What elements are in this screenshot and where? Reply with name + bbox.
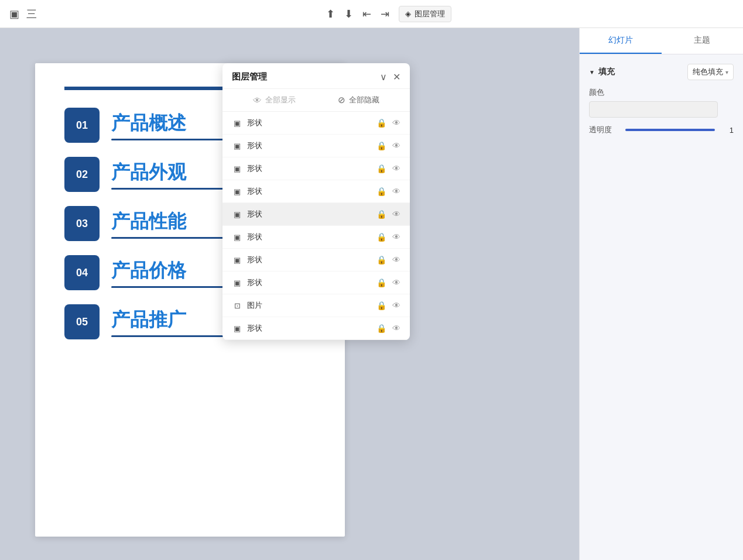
- layer-item-controls-0: 🔒 👁: [376, 118, 400, 128]
- color-box-row: [589, 101, 734, 118]
- fill-chevron-icon: ▼: [589, 69, 595, 75]
- fill-section-title-label: 填充: [598, 67, 615, 77]
- fill-section-title: ▼ 填充: [589, 67, 615, 77]
- move-to-bottom-icon[interactable]: ⇥: [381, 8, 389, 20]
- layer-item-3[interactable]: ▣ 形状 🔒 👁: [222, 180, 410, 203]
- image-icon-8: ⊡: [232, 300, 242, 311]
- eye-icon-1[interactable]: 👁: [392, 141, 400, 150]
- show-all-label: 全部显示: [265, 95, 296, 105]
- opacity-value: 1: [722, 126, 734, 135]
- layer-item-name-6: 形状: [247, 255, 376, 265]
- slide-item-number-4: 04: [64, 255, 100, 290]
- layer-panel-collapse-icon[interactable]: ∨: [380, 71, 387, 83]
- list-icon[interactable]: 三: [26, 7, 37, 21]
- layer-item-controls-3: 🔒 👁: [376, 187, 400, 196]
- layer-item-controls-4: 🔒 👁: [376, 209, 400, 219]
- eye-icon-6[interactable]: 👁: [392, 255, 400, 264]
- lock-icon-9[interactable]: 🔒: [376, 324, 386, 333]
- lock-icon-8[interactable]: 🔒: [376, 301, 386, 310]
- lock-icon-2[interactable]: 🔒: [376, 164, 386, 173]
- layer-item-9[interactable]: ▣ 形状 🔒 👁: [222, 317, 410, 340]
- layer-item-5[interactable]: ▣ 形状 🔒 👁: [222, 226, 410, 249]
- slide-item-number-1: 01: [64, 108, 100, 143]
- layer-item-8[interactable]: ⊡ 图片 🔒 👁: [222, 294, 410, 317]
- opacity-row: 透明度 1: [589, 125, 734, 135]
- fill-type-row: ▼ 填充 纯色填充 ▾: [589, 64, 734, 80]
- layer-panel-close-icon[interactable]: ✕: [393, 71, 400, 83]
- layer-item-6[interactable]: ▣ 形状 🔒 👁: [222, 249, 410, 272]
- slide-item-number-2: 02: [64, 157, 100, 192]
- layer-item-4[interactable]: ▣ 形状 🔒 👁: [222, 203, 410, 226]
- toolbar-center: ⬆ ⬇ ⇤ ⇥ ◈ 图层管理: [44, 6, 734, 22]
- shape-icon-6: ▣: [232, 255, 242, 265]
- layer-item-0[interactable]: ▣ 形状 🔒 👁: [222, 112, 410, 135]
- shape-icon-4: ▣: [232, 209, 242, 219]
- layer-item-name-4: 形状: [247, 209, 376, 219]
- lock-icon-4[interactable]: 🔒: [376, 209, 386, 219]
- layers-icon: ◈: [405, 9, 411, 18]
- tab-slideshow[interactable]: 幻灯片: [580, 28, 662, 54]
- opacity-slider[interactable]: [625, 129, 715, 131]
- tab-theme[interactable]: 主题: [662, 28, 744, 54]
- toolbar-left: ▣ 三: [9, 7, 37, 21]
- fill-type-value: 纯色填充: [693, 67, 723, 77]
- layer-item-name-8: 图片: [247, 300, 376, 311]
- layer-management-label: 图层管理: [415, 9, 445, 19]
- shape-icon-5: ▣: [232, 232, 242, 242]
- lock-icon-6[interactable]: 🔒: [376, 255, 386, 264]
- eye-icon-8[interactable]: 👁: [392, 301, 400, 310]
- move-to-top-icon[interactable]: ⇤: [362, 8, 371, 20]
- eye-icon-5[interactable]: 👁: [392, 232, 400, 242]
- lock-icon-3[interactable]: 🔒: [376, 187, 386, 196]
- right-sidebar: 幻灯片 主题 ▼ 填充 纯色填充 ▾ 颜色: [579, 28, 743, 560]
- eye-icon-0[interactable]: 👁: [392, 118, 400, 128]
- layer-item-7[interactable]: ▣ 形状 🔒 👁: [222, 272, 410, 294]
- layer-item-name-9: 形状: [247, 323, 376, 334]
- fill-type-select[interactable]: 纯色填充 ▾: [687, 64, 734, 80]
- shape-icon-9: ▣: [232, 323, 242, 334]
- hide-all-button[interactable]: ⊘ 全部隐藏: [338, 95, 379, 105]
- eye-icon-3[interactable]: 👁: [392, 187, 400, 196]
- lock-icon-7[interactable]: 🔒: [376, 278, 386, 287]
- menu-icon[interactable]: ▣: [9, 8, 19, 20]
- lock-icon-5[interactable]: 🔒: [376, 232, 386, 242]
- layer-item-1[interactable]: ▣ 形状 🔒 👁: [222, 135, 410, 157]
- show-all-button[interactable]: 👁 全部显示: [253, 95, 296, 105]
- layer-item-controls-8: 🔒 👁: [376, 301, 400, 310]
- eye-icon-4[interactable]: 👁: [392, 209, 400, 219]
- shape-icon-2: ▣: [232, 163, 242, 174]
- move-up-icon[interactable]: ⬆: [326, 8, 335, 20]
- color-picker-box[interactable]: [589, 101, 718, 118]
- layer-item-2[interactable]: ▣ 形状 🔒 👁: [222, 157, 410, 180]
- lock-icon-1[interactable]: 🔒: [376, 141, 386, 150]
- right-panel-content: ▼ 填充 纯色填充 ▾ 颜色 透明度: [580, 54, 743, 145]
- right-tabs: 幻灯片 主题: [580, 28, 743, 54]
- layer-panel-header: 图层管理 ∨ ✕: [222, 63, 410, 89]
- eye-icon-7[interactable]: 👁: [392, 278, 400, 287]
- layer-panel-actions: ∨ ✕: [380, 71, 400, 83]
- layer-item-name-3: 形状: [247, 186, 376, 197]
- layer-panel: 图层管理 ∨ ✕ 👁 全部显示 ⊘ 全部隐藏 ▣: [222, 63, 410, 340]
- lock-icon-0[interactable]: 🔒: [376, 118, 386, 128]
- layer-management-button[interactable]: ◈ 图层管理: [399, 6, 451, 22]
- eye-slash-icon: ⊘: [338, 95, 345, 105]
- opacity-slider-fill: [625, 129, 715, 131]
- layer-item-controls-2: 🔒 👁: [376, 164, 400, 173]
- eye-icon-2[interactable]: 👁: [392, 164, 400, 173]
- canvas-area: 仅 游 戏 .com 01 产品概述 02 产品外观: [0, 28, 579, 560]
- slide-item-number-3: 03: [64, 206, 100, 241]
- color-section: 颜色: [589, 87, 734, 118]
- layer-item-controls-7: 🔒 👁: [376, 278, 400, 287]
- shape-icon-3: ▣: [232, 186, 242, 197]
- opacity-slider-track: [625, 129, 715, 131]
- layer-visibility-bar: 👁 全部显示 ⊘ 全部隐藏: [222, 89, 410, 112]
- main-area: 仅 游 戏 .com 01 产品概述 02 产品外观: [0, 28, 743, 560]
- move-down-icon[interactable]: ⬇: [344, 8, 353, 20]
- layer-item-name-0: 形状: [247, 118, 376, 128]
- shape-icon-7: ▣: [232, 277, 242, 288]
- layer-list: ▣ 形状 🔒 👁 ▣ 形状 🔒 👁 ▣: [222, 112, 410, 340]
- layer-item-name-2: 形状: [247, 163, 376, 174]
- layer-item-controls-1: 🔒 👁: [376, 141, 400, 150]
- layer-item-name-7: 形状: [247, 277, 376, 288]
- eye-icon-9[interactable]: 👁: [392, 324, 400, 333]
